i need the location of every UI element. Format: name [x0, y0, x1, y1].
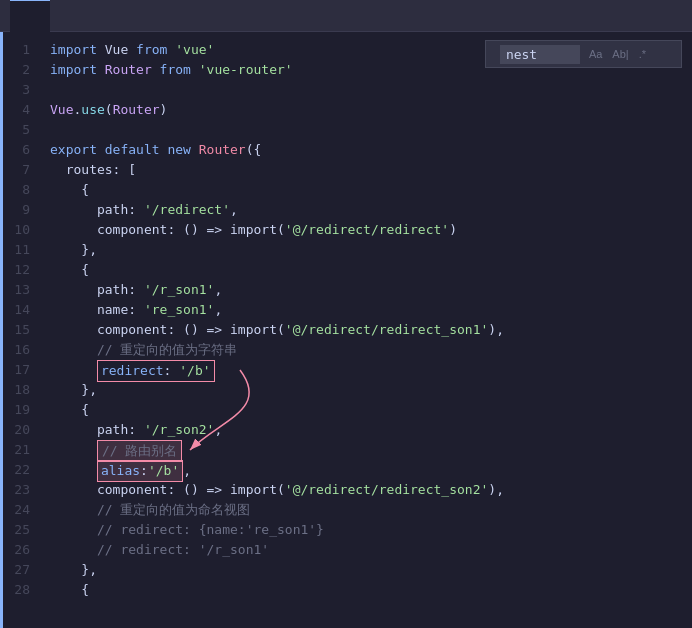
code-line: path: '/r_son2', — [50, 420, 692, 440]
line-number: 25 — [0, 520, 42, 540]
line-number: 8 — [0, 180, 42, 200]
line-number: 18 — [0, 380, 42, 400]
editor: 1234567891011121314151617181920212223242… — [0, 32, 692, 628]
line-number: 16 — [0, 340, 42, 360]
code-line: path: '/r_son1', — [50, 280, 692, 300]
code-line: // redirect: {name:'re_son1'} — [50, 520, 692, 540]
code-line: // redirect: '/r_son1' — [50, 540, 692, 560]
code-line: { — [50, 180, 692, 200]
line-number: 6 — [0, 140, 42, 160]
line-numbers: 1234567891011121314151617181920212223242… — [0, 32, 42, 628]
code-line — [50, 120, 692, 140]
code-line: export default new Router({ — [50, 140, 692, 160]
code-line — [50, 80, 692, 100]
line-number: 27 — [0, 560, 42, 580]
code-line: Vue.use(Router) — [50, 100, 692, 120]
code-line: routes: [ — [50, 160, 692, 180]
line-number: 10 — [0, 220, 42, 240]
code-line: { — [50, 400, 692, 420]
match-word-button[interactable]: Ab| — [609, 47, 631, 61]
code-line: // 重定向的值为字符串 — [50, 340, 692, 360]
match-case-button[interactable]: Aa — [586, 47, 605, 61]
code-line: path: '/redirect', — [50, 200, 692, 220]
line-number: 12 — [0, 260, 42, 280]
line-number: 20 — [0, 420, 42, 440]
code-area[interactable]: import Vue from 'vue'import Router from … — [42, 32, 692, 628]
line-number: 11 — [0, 240, 42, 260]
code-line: // 路由别名 — [50, 440, 692, 460]
line-number: 26 — [0, 540, 42, 560]
code-line: component: () => import('@/redirect/redi… — [50, 480, 692, 500]
tab-indexjs[interactable] — [10, 0, 50, 32]
line-number: 3 — [0, 80, 42, 100]
code-line: alias:'/b', — [50, 460, 692, 480]
line-number: 24 — [0, 500, 42, 520]
left-border-indicator — [0, 32, 3, 628]
line-number: 14 — [0, 300, 42, 320]
line-number: 22 — [0, 460, 42, 480]
line-number: 15 — [0, 320, 42, 340]
line-number: 4 — [0, 100, 42, 120]
code-line: // 重定向的值为命名视图 — [50, 500, 692, 520]
search-bar: Aa Ab| .* — [485, 40, 682, 68]
regex-button[interactable]: .* — [636, 47, 649, 61]
code-line: component: () => import('@/redirect/redi… — [50, 320, 692, 340]
line-number: 28 — [0, 580, 42, 600]
line-number: 13 — [0, 280, 42, 300]
line-number: 21 — [0, 440, 42, 460]
code-line: }, — [50, 240, 692, 260]
line-number: 19 — [0, 400, 42, 420]
line-number: 17 — [0, 360, 42, 380]
code-line: name: 're_son1', — [50, 300, 692, 320]
code-line: redirect: '/b' — [50, 360, 692, 380]
line-number: 9 — [0, 200, 42, 220]
code-line: }, — [50, 380, 692, 400]
code-line: component: () => import('@/redirect/redi… — [50, 220, 692, 240]
line-number: 23 — [0, 480, 42, 500]
code-line: { — [50, 580, 692, 600]
line-number: 7 — [0, 160, 42, 180]
search-input[interactable] — [500, 45, 580, 64]
code-line: }, — [50, 560, 692, 580]
line-number: 5 — [0, 120, 42, 140]
title-bar — [0, 0, 692, 32]
search-options: Aa Ab| .* — [586, 47, 649, 61]
line-number: 2 — [0, 60, 42, 80]
code-line: { — [50, 260, 692, 280]
line-number: 1 — [0, 40, 42, 60]
